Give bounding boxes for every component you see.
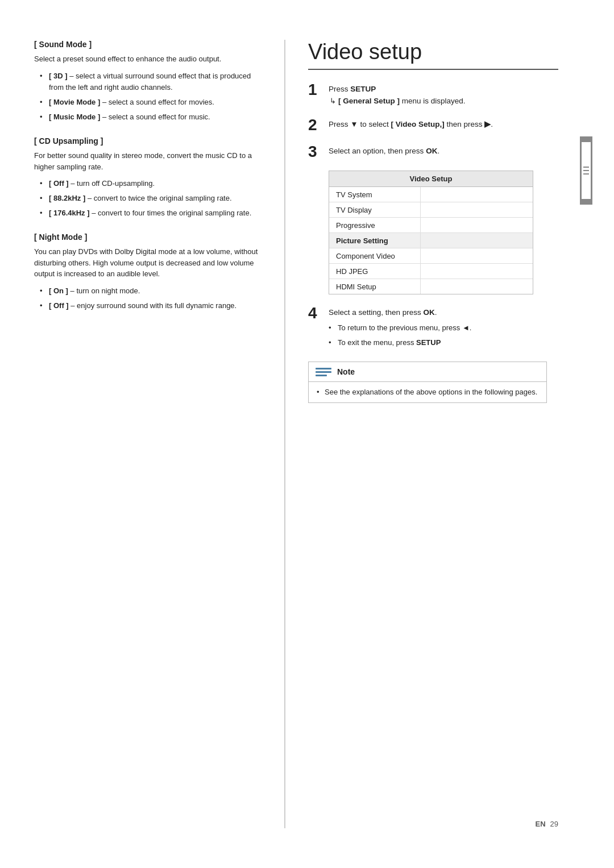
row-label-hd-jpeg: HD JPEG: [329, 264, 420, 279]
cd-upsampling-desc: For better sound quality in stereo mode,…: [34, 150, 262, 172]
step-4-content: Select a setting, then press OK. To retu…: [329, 305, 558, 351]
note-icon-line-3: [316, 375, 327, 376]
bullet-off: [ Off ] – turn off CD-upsampling.: [40, 178, 262, 189]
row-value-tv-system: [420, 187, 533, 202]
row-label-tv-display: TV Display: [329, 203, 420, 217]
bullet-176khz: [ 176.4kHz ] – convert to four times the…: [40, 207, 262, 219]
row-label-picture-setting: Picture Setting: [329, 234, 420, 248]
tab-line-3: [583, 173, 589, 175]
tab-line-1: [583, 167, 589, 168]
sound-mode-bullets: [ 3D ] – select a virtual surround sound…: [40, 70, 262, 123]
bullet-3d: [ 3D ] – select a virtual surround sound…: [40, 70, 262, 93]
note-bullets: See the explanations of the above option…: [317, 387, 538, 398]
step-4: 4 Select a setting, then press OK. To re…: [308, 305, 558, 351]
note-box: Note See the explanations of the above o…: [308, 362, 547, 403]
step-3: 3 Select an option, then press OK.: [308, 143, 558, 161]
bullet-music-mode: [ Music Mode ] – select a sound effect f…: [40, 111, 262, 123]
step-3-content: Select an option, then press OK.: [329, 143, 558, 157]
table-row-hd-jpeg: HD JPEG: [329, 264, 533, 279]
night-mode-bullets: [ On ] – turn on night mode. [ Off ] – e…: [40, 285, 262, 312]
keyword-off1: [ Off ]: [49, 179, 69, 188]
table-row-hdmi-setup: HDMI Setup: [329, 279, 533, 294]
footer-lang: EN: [535, 820, 545, 828]
step-4-bullet-1: To return to the previous menu, press ◄.: [329, 322, 558, 334]
keyword-3d: [ 3D ]: [49, 72, 68, 80]
page-tab: [580, 136, 592, 205]
text-3d: – select a virtual surround sound effect…: [49, 72, 251, 92]
row-value-picture-setting: [420, 233, 533, 248]
table-row-tv-display: TV Display: [329, 202, 533, 218]
row-label-progressive: Progressive: [329, 218, 420, 232]
step-1-main: Press SETUP: [329, 84, 558, 95]
row-value-tv-display: [420, 202, 533, 217]
steps-list: 1 Press SETUP ↳ [ General Setup ] menu i…: [308, 81, 558, 160]
keyword-88khz: [ 88.2kHz ]: [49, 194, 85, 202]
bullet-off2: [ Off ] – enjoy surround sound with its …: [40, 300, 262, 312]
step-1-content: Press SETUP ↳ [ General Setup ] menu is …: [329, 81, 558, 107]
step-2-content: Press ▼ to select [ Video Setup,] then p…: [329, 117, 558, 131]
step-1-number: 1: [308, 81, 329, 99]
step-4-main: Select a setting, then press OK.: [329, 307, 558, 319]
text-off2: – enjoy surround sound with its full dyn…: [70, 301, 237, 310]
step-1-sub: ↳ [ General Setup ] menu is displayed.: [330, 95, 558, 107]
table-row-tv-system: TV System: [329, 187, 533, 202]
page-footer: EN 29: [535, 820, 558, 828]
note-body: See the explanations of the above option…: [309, 382, 546, 402]
sound-mode-section: [ Sound Mode ] Select a preset sound eff…: [34, 40, 262, 123]
sound-mode-desc: Select a preset sound effect to enhance …: [34, 53, 262, 65]
step-2: 2 Press ▼ to select [ Video Setup,] then…: [308, 117, 558, 134]
table-row-picture-setting: Picture Setting: [329, 233, 533, 248]
table-title: Video Setup: [329, 171, 533, 187]
footer-page: 29: [550, 820, 558, 828]
bullet-88khz: [ 88.2kHz ] – convert to twice the origi…: [40, 193, 262, 204]
video-setup-table: Video Setup TV System TV Display Progres…: [329, 171, 533, 294]
text-movie: – select a sound effect for movies.: [102, 98, 214, 106]
keyword-176khz: [ 176.4kHz ]: [49, 209, 90, 217]
row-value-hd-jpeg: [420, 264, 533, 279]
step-1: 1 Press SETUP ↳ [ General Setup ] menu i…: [308, 81, 558, 107]
night-mode-heading: [ Night Mode ]: [34, 232, 262, 242]
text-176khz: – convert to four times the original sam…: [92, 209, 251, 217]
note-header: Note: [309, 362, 546, 382]
text-music: – select a sound effect for music.: [102, 113, 210, 121]
night-mode-section: [ Night Mode ] You can play DVDs with Do…: [34, 232, 262, 312]
keyword-on: [ On ]: [49, 286, 68, 295]
note-label: Note: [337, 367, 355, 376]
step-2-number: 2: [308, 117, 329, 134]
table-row-component-video: Component Video: [329, 248, 533, 264]
step-4-bullet-2: To exit the menu, press SETUP: [329, 337, 558, 348]
row-label-tv-system: TV System: [329, 188, 420, 202]
row-value-component-video: [420, 248, 533, 263]
right-column: Video setup 1 Press SETUP ↳ [ General Se…: [285, 23, 592, 845]
night-mode-desc: You can play DVDs with Dolby Digital mod…: [34, 246, 262, 280]
row-value-hdmi-setup: [420, 279, 533, 294]
keyword-off2: [ Off ]: [49, 301, 69, 310]
sound-mode-heading: [ Sound Mode ]: [34, 40, 262, 49]
note-icon-line-1: [316, 368, 331, 369]
text-on: – turn on night mode.: [70, 286, 140, 295]
row-value-progressive: [420, 218, 533, 232]
left-column: [ Sound Mode ] Select a preset sound eff…: [0, 23, 284, 845]
note-icon: [316, 366, 331, 378]
cd-upsampling-section: [ CD Upsampling ] For better sound quali…: [34, 136, 262, 219]
cd-upsampling-heading: [ CD Upsampling ]: [34, 136, 262, 146]
row-label-component-video: Component Video: [329, 249, 420, 263]
text-off1: – turn off CD-upsampling.: [70, 179, 155, 188]
bullet-movie-mode: [ Movie Mode ] – select a sound effect f…: [40, 97, 262, 108]
table-row-progressive: Progressive: [329, 218, 533, 233]
tab-line-2: [583, 170, 589, 171]
step-3-number: 3: [308, 143, 329, 161]
step-4-number: 4: [308, 305, 329, 322]
row-label-hdmi-setup: HDMI Setup: [329, 280, 420, 294]
text-88khz: – convert to twice the original sampling…: [88, 194, 232, 202]
keyword-music: [ Music Mode ]: [49, 113, 100, 121]
note-bullet-1: See the explanations of the above option…: [317, 387, 538, 398]
step-4-bullets: To return to the previous menu, press ◄.…: [329, 322, 558, 348]
cd-upsampling-bullets: [ Off ] – turn off CD-upsampling. [ 88.2…: [40, 178, 262, 219]
page-tab-inner: [582, 142, 591, 199]
keyword-movie: [ Movie Mode ]: [49, 98, 100, 106]
bullet-on: [ On ] – turn on night mode.: [40, 285, 262, 297]
page-title: Video setup: [308, 40, 558, 70]
note-icon-line-2: [316, 371, 331, 373]
